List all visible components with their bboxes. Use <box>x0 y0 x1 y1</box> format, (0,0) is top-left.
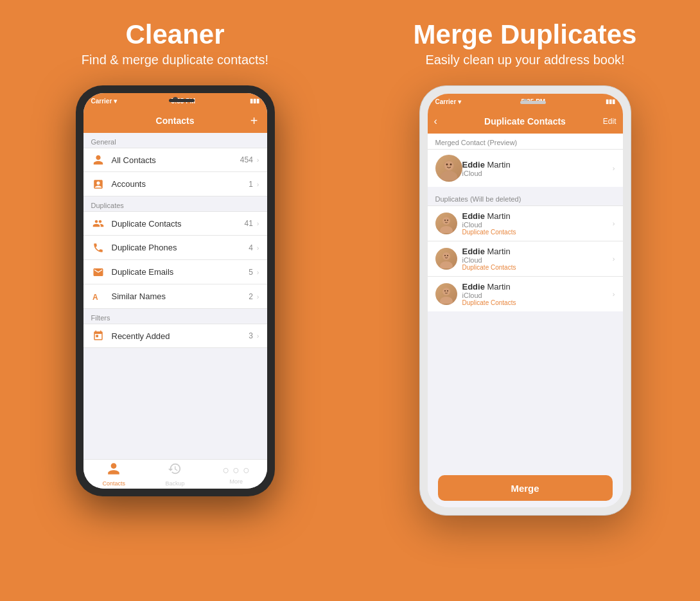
duplicate-contacts-count: 41 <box>244 219 252 228</box>
duplicate-row-2[interactable]: Eddie Martin iCloud Duplicate Contacts › <box>428 241 623 276</box>
left-tab-bar: Contacts Backup ○ ○ ○ More <box>83 459 267 489</box>
tab-backup[interactable]: Backup <box>144 462 206 487</box>
left-subheadline: Find & merge duplicate contacts! <box>82 53 268 67</box>
right-nav-back[interactable]: ‹ <box>434 116 437 127</box>
svg-point-9 <box>440 226 453 233</box>
similar-names-count: 2 <box>249 292 253 301</box>
dup-source-1: iCloud <box>462 221 613 229</box>
tab-contacts-label: Contacts <box>102 480 125 487</box>
duplicate-emails-label: Duplicate Emails <box>112 267 249 277</box>
svg-point-5 <box>450 164 451 166</box>
duplicate-contacts-icon <box>91 216 105 231</box>
left-nav-plus[interactable]: + <box>250 114 258 128</box>
tab-more[interactable]: ○ ○ ○ More <box>206 464 267 485</box>
all-contacts-label: All Contacts <box>112 155 240 165</box>
similar-names-chevron: › <box>257 293 259 300</box>
right-battery: ▮▮▮ <box>606 98 615 105</box>
preview-header: Merged Contact (Preview) <box>428 134 623 149</box>
right-headline: Merge Duplicates <box>414 19 637 50</box>
tab-contacts-icon <box>107 462 121 479</box>
left-carrier: Carrier ▾ <box>91 98 118 105</box>
left-time: 5:35 PM <box>171 98 195 105</box>
similar-names-item[interactable]: A Similar Names 2 › <box>83 284 267 309</box>
duplicate-emails-item[interactable]: Duplicate Emails 5 › <box>83 260 267 284</box>
right-subheadline: Easily clean up your address book! <box>425 53 624 67</box>
right-time: 5:35 PM <box>521 98 545 105</box>
duplicate-contacts-item[interactable]: Duplicate Contacts 41 › <box>83 211 267 236</box>
dup-chevron-2: › <box>613 255 615 263</box>
dup-name-3: Eddie Martin <box>462 282 613 292</box>
duplicate-phones-count: 4 <box>249 243 253 252</box>
svg-point-10 <box>442 252 450 260</box>
left-status-bar: Carrier ▾ 5:35 PM ▮▮▮ <box>83 93 267 109</box>
svg-point-14 <box>442 288 450 295</box>
merged-contact-chevron: › <box>613 164 615 172</box>
recently-added-item[interactable]: Recently Added 3 › <box>83 324 267 348</box>
all-contacts-item[interactable]: All Contacts 454 › <box>83 148 267 172</box>
duplicate-row-1[interactable]: Eddie Martin iCloud Duplicate Contacts › <box>428 205 623 241</box>
right-nav-title: Duplicate Contacts <box>484 116 566 126</box>
duplicate-contacts-chevron: › <box>257 220 259 227</box>
right-nav-bar: ‹ Duplicate Contacts Edit <box>428 109 623 134</box>
all-contacts-chevron: › <box>257 156 259 164</box>
left-panel: Cleaner Find & merge duplicate contacts!… <box>0 0 350 601</box>
recently-added-chevron: › <box>257 332 259 340</box>
right-carrier: Carrier ▾ <box>435 98 462 105</box>
general-section-header: General <box>83 133 267 148</box>
duplicate-contacts-label: Duplicate Contacts <box>112 219 245 229</box>
merged-contact-info: Eddie Martin iCloud <box>462 160 613 177</box>
left-battery: ▮▮▮ <box>250 98 259 104</box>
accounts-icon <box>91 177 105 191</box>
tab-contacts[interactable]: Contacts <box>83 462 144 487</box>
duplicate-row-3[interactable]: Eddie Martin iCloud Duplicate Contacts › <box>428 276 623 311</box>
dup-info-2: Eddie Martin iCloud Duplicate Contacts <box>462 247 613 271</box>
accounts-label: Accounts <box>112 179 249 189</box>
merged-contact-row[interactable]: Eddie Martin iCloud › <box>428 149 623 187</box>
accounts-count: 1 <box>249 180 253 189</box>
spacer <box>428 311 623 469</box>
svg-point-12 <box>447 255 448 256</box>
dup-tag-3: Duplicate Contacts <box>462 299 613 306</box>
dup-info-3: Eddie Martin iCloud Duplicate Contacts <box>462 282 613 306</box>
dup-tag-2: Duplicate Contacts <box>462 264 613 271</box>
svg-point-11 <box>444 255 446 256</box>
svg-point-16 <box>447 290 448 292</box>
left-headline: Cleaner <box>125 19 224 50</box>
tab-backup-icon <box>168 462 182 479</box>
recently-added-count: 3 <box>249 331 253 340</box>
dup-chevron-1: › <box>613 220 615 227</box>
dup-source-2: iCloud <box>462 256 613 264</box>
svg-point-7 <box>444 220 446 221</box>
dup-chevron-3: › <box>613 290 615 298</box>
svg-text:A: A <box>92 292 98 301</box>
merge-button[interactable]: Merge <box>438 475 613 501</box>
all-contacts-count: 454 <box>240 155 253 164</box>
right-nav-edit[interactable]: Edit <box>603 117 617 126</box>
svg-point-15 <box>444 290 446 292</box>
svg-point-13 <box>440 261 453 268</box>
accounts-item[interactable]: Accounts 1 › <box>83 172 267 196</box>
duplicate-phones-item[interactable]: Duplicate Phones 4 › <box>83 236 267 260</box>
duplicate-emails-count: 5 <box>249 268 253 277</box>
tab-more-label: More <box>230 478 243 485</box>
dup-avatar-1 <box>435 213 457 234</box>
left-phone-screen: Carrier ▾ 5:35 PM ▮▮▮ Contacts + General <box>83 93 267 489</box>
right-panel: Merge Duplicates Easily clean up your ad… <box>350 0 700 601</box>
merged-contact-avatar <box>435 155 462 182</box>
right-screen-content: Merged Contact (Preview) <box>428 134 623 507</box>
filters-section-header: Filters <box>83 309 267 324</box>
right-phone-screen: Carrier ▾ 5:35 PM ▮▮▮ ‹ Duplicate Contac… <box>428 94 623 507</box>
filters-section: Recently Added 3 › <box>83 324 267 348</box>
calendar-icon <box>91 329 105 343</box>
dup-avatar-3 <box>435 283 457 305</box>
left-list-content: General All Contacts 454 › A <box>83 133 267 459</box>
email-icon <box>91 265 105 279</box>
svg-point-3 <box>444 161 453 170</box>
dup-info-1: Eddie Martin iCloud Duplicate Contacts <box>462 211 613 236</box>
svg-point-8 <box>447 220 448 221</box>
left-nav-title: Contacts <box>156 116 195 126</box>
duplicate-phones-label: Duplicate Phones <box>112 243 249 252</box>
svg-point-2 <box>441 171 457 180</box>
general-section: All Contacts 454 › Accounts 1 › <box>83 148 267 196</box>
duplicates-section: Duplicates (Will be deleted) <box>428 191 623 311</box>
